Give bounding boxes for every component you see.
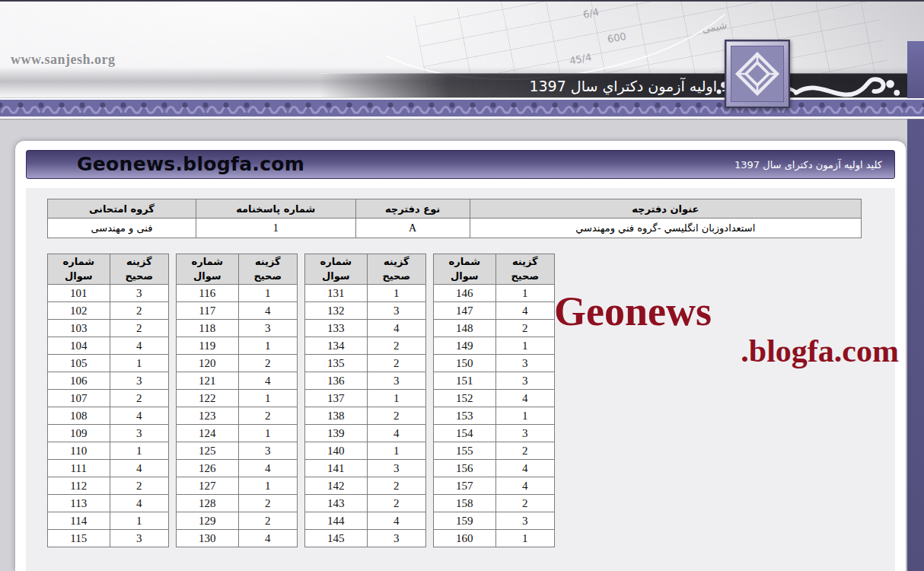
question-number: 124	[177, 425, 239, 442]
answer-row: 1552	[434, 442, 555, 460]
question-number: 142	[305, 477, 368, 495]
answer-row: 1482	[434, 320, 555, 337]
answer-row: 1382	[305, 407, 426, 425]
answer-row: 1153	[48, 530, 169, 547]
question-number: 115	[48, 530, 110, 547]
info-value-answersheet-number: 1	[196, 219, 355, 238]
answer-value: 1	[495, 285, 555, 302]
right-edge-strip	[907, 41, 924, 571]
watermark-line2: .blogfa.com	[741, 333, 899, 369]
answer-value: 1	[110, 512, 169, 530]
question-number: 157	[434, 477, 496, 495]
answer-value: 4	[238, 302, 298, 320]
question-number: 126	[177, 460, 239, 477]
answer-value: 3	[367, 372, 426, 390]
watermark-line1: Geonews	[554, 288, 712, 335]
card-content: عنوان دفترچه نوع دفترچه شماره پاسخنامه گ…	[26, 188, 895, 571]
info-value-row: استعدادوزبان انگليسي -گروه فني ومهندسي A…	[48, 219, 862, 238]
answer-value: 1	[495, 337, 555, 355]
question-number: 146	[434, 285, 496, 302]
answer-value: 4	[238, 372, 298, 390]
question-number: 136	[305, 372, 368, 390]
question-number: 117	[177, 302, 239, 320]
answer-row: 1063	[48, 372, 169, 390]
answer-col-header: گزینه صحیح	[367, 254, 426, 285]
question-number: 119	[177, 337, 239, 355]
question-number: 129	[177, 512, 239, 530]
answer-value: 1	[238, 285, 298, 302]
answer-value: 2	[495, 442, 555, 460]
question-col-header: شماره سوال	[177, 254, 239, 285]
answer-value: 3	[495, 355, 555, 372]
answer-value: 1	[367, 390, 426, 407]
answer-row: 1304	[177, 530, 298, 547]
answer-value: 3	[110, 425, 169, 442]
question-number: 133	[305, 320, 368, 337]
info-header-booklet-type: نوع دفترچه	[355, 199, 470, 219]
answer-row: 1394	[305, 425, 426, 442]
answer-value: 2	[110, 477, 169, 495]
answer-row: 1444	[305, 512, 426, 530]
answer-row: 1593	[434, 512, 555, 530]
question-number: 120	[177, 355, 239, 372]
answer-value: 2	[367, 477, 426, 495]
question-number: 158	[434, 495, 496, 512]
info-value-booklet-title: استعدادوزبان انگليسي -گروه فني ومهندسي	[470, 219, 861, 238]
info-value-exam-group: فنی و مهندسی	[48, 219, 196, 238]
question-number: 109	[48, 425, 110, 442]
question-number: 130	[177, 530, 239, 547]
answer-row: 1413	[305, 460, 426, 477]
answer-value: 1	[495, 530, 555, 547]
answer-row: 1093	[48, 425, 169, 442]
question-number: 135	[305, 355, 368, 372]
question-number: 152	[434, 390, 496, 407]
answer-row: 1114	[48, 460, 169, 477]
answer-row: 1051	[48, 355, 169, 372]
answer-value: 3	[367, 460, 426, 477]
question-number: 102	[48, 302, 110, 320]
answer-value: 4	[110, 460, 169, 477]
card-header-title: کلید اولیه آزمون دکترای سال 1397	[734, 159, 882, 171]
answer-value: 3	[238, 320, 298, 337]
answer-value: 2	[238, 407, 298, 425]
question-number: 106	[48, 372, 110, 390]
answer-row: 1032	[48, 320, 169, 337]
question-number: 143	[305, 495, 368, 512]
answer-value: 1	[495, 407, 555, 425]
answer-value: 3	[110, 285, 169, 302]
answer-col-header: گزینه صحیح	[110, 254, 169, 285]
answer-row: 1564	[434, 460, 555, 477]
question-number: 141	[305, 460, 368, 477]
answer-col-header: گزینه صحیح	[238, 254, 298, 285]
answer-row: 1232	[177, 407, 298, 425]
answer-row: 1264	[177, 460, 298, 477]
answer-row: 1363	[305, 372, 426, 390]
answer-row: 1022	[48, 302, 169, 320]
question-number: 154	[434, 425, 496, 442]
answer-tables-row: شماره سوالگزینه صحیح10131022103210441051…	[47, 254, 895, 547]
answer-value: 1	[367, 285, 426, 302]
answer-col-header: گزینه صحیح	[495, 254, 555, 285]
question-number: 111	[48, 460, 110, 477]
question-number: 151	[434, 372, 496, 390]
answer-row: 1601	[434, 530, 555, 547]
answer-row: 1311	[305, 285, 426, 302]
question-number: 128	[177, 495, 239, 512]
question-number: 123	[177, 407, 239, 425]
answer-row: 1453	[305, 530, 426, 547]
answer-row: 1271	[177, 477, 298, 495]
question-number: 113	[48, 495, 110, 512]
info-value-booklet-type: A	[355, 219, 470, 238]
answer-row: 1474	[434, 302, 555, 320]
question-number: 107	[48, 390, 110, 407]
answer-row: 1191	[177, 337, 298, 355]
answer-value: 1	[238, 477, 298, 495]
answer-value: 1	[238, 390, 298, 407]
answer-row: 1253	[177, 442, 298, 460]
answer-row: 1044	[48, 337, 169, 355]
answer-value: 4	[495, 460, 555, 477]
answer-value: 4	[495, 302, 555, 320]
card-header-bar: Geonews.blogfa.com کلید اولیه آزمون دکتر…	[26, 150, 895, 179]
answer-row: 1432	[305, 495, 426, 512]
question-number: 125	[177, 442, 239, 460]
